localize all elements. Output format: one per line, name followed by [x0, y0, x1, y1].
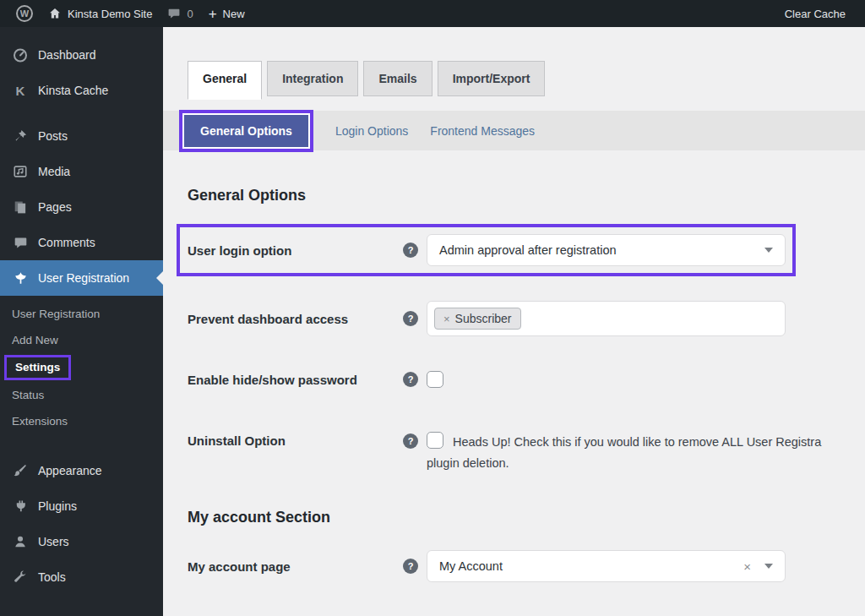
enable-hide-show-password-checkbox[interactable] [427, 371, 443, 388]
submenu-item-add-new[interactable]: Add New [0, 327, 163, 353]
sidebar-item-label: Dashboard [38, 48, 96, 62]
paintbrush-icon [12, 462, 29, 479]
tab-import-export[interactable]: Import/Export [438, 61, 546, 96]
wrench-icon [12, 569, 29, 586]
sidebar-item-label: Users [38, 535, 69, 548]
tab-general[interactable]: General [188, 61, 262, 100]
help-icon[interactable]: ? [403, 433, 418, 449]
annotation-box-settings: Settings [0, 353, 163, 382]
sidebar-item-plugins[interactable]: Plugins [0, 488, 163, 524]
user-icon [12, 533, 29, 550]
sidebar-item-tools[interactable]: Tools [0, 559, 163, 595]
site-name-label: Kinsta Demo Site [68, 8, 152, 20]
field-label: Uninstall Option [188, 432, 403, 448]
comment-bubble-icon [167, 7, 181, 20]
user-registration-flower-icon [12, 270, 29, 286]
subtab-bar: General Options Login Options Frontend M… [163, 111, 865, 150]
user-login-option-select[interactable]: Admin approval after registration [427, 234, 786, 266]
field-label: Enable hide/show password [188, 373, 403, 387]
tab-emails[interactable]: Emails [363, 61, 432, 96]
settings-tabs: General Integration Emails Import/Export [163, 27, 865, 96]
prevent-dashboard-access-input[interactable]: × Subscriber [427, 301, 786, 336]
uninstall-option-checkbox[interactable] [427, 432, 443, 449]
clear-cache-button[interactable]: Clear Cache [777, 0, 853, 27]
clear-cache-label: Clear Cache [785, 8, 846, 20]
new-label: New [223, 8, 245, 20]
field-row-uninstall-option: Uninstall Option ? Heads Up! Check this … [188, 432, 865, 473]
sidebar-item-dashboard[interactable]: Dashboard [0, 37, 163, 73]
section-title-my-account: My account Section [188, 509, 865, 526]
help-icon[interactable]: ? [403, 372, 418, 387]
wordpress-logo-icon: W [16, 5, 33, 22]
sidebar-item-kinsta-cache[interactable]: K Kinsta Cache [0, 73, 163, 108]
dashboard-icon [12, 46, 29, 63]
submenu-item-settings[interactable]: Settings [4, 355, 71, 380]
site-name-menu[interactable]: Kinsta Demo Site [41, 0, 160, 27]
admin-sidebar: Dashboard K Kinsta Cache Posts Media Pag… [0, 27, 163, 616]
tag-label: Subscriber [455, 312, 512, 325]
sidebar-item-posts[interactable]: Posts [0, 118, 163, 154]
sidebar-item-appearance[interactable]: Appearance [0, 453, 163, 488]
help-icon[interactable]: ? [403, 559, 418, 574]
role-tag-subscriber: × Subscriber [434, 308, 521, 330]
field-label: Prevent dashboard access [188, 312, 403, 326]
field-row-my-account-page: My account page ? My Account × [188, 550, 865, 582]
sidebar-item-label: Posts [38, 129, 68, 143]
sidebar-item-label: Kinsta Cache [38, 84, 108, 97]
field-row-user-login-option: User login option ? Admin approval after… [188, 234, 792, 266]
annotation-box-general-options: General Options [179, 110, 313, 152]
my-account-page-select[interactable]: My Account × [427, 550, 786, 582]
settings-page: General Integration Emails Import/Export… [163, 27, 865, 616]
comments-icon [12, 234, 29, 251]
selected-value: Admin approval after registration [439, 243, 617, 257]
remove-tag-icon[interactable]: × [443, 313, 450, 324]
sidebar-item-label: Tools [38, 570, 66, 584]
pages-icon [12, 199, 29, 215]
kinsta-icon: K [12, 82, 29, 99]
comment-count: 0 [187, 8, 193, 20]
help-icon[interactable]: ? [403, 243, 418, 258]
submenu-item-status[interactable]: Status [0, 382, 163, 408]
sidebar-item-label: Appearance [38, 464, 102, 477]
sidebar-item-label: Comments [38, 236, 95, 249]
clear-selection-icon[interactable]: × [743, 560, 751, 573]
field-row-prevent-dashboard-access: Prevent dashboard access ? × Subscriber [188, 301, 865, 336]
wp-logo-menu[interactable]: W [8, 0, 41, 27]
pushpin-icon [12, 128, 29, 144]
sidebar-item-comments[interactable]: Comments [0, 225, 163, 260]
sidebar-item-user-registration[interactable]: User Registration [0, 260, 163, 296]
comments-bubble-menu[interactable]: 0 [160, 0, 200, 27]
submenu-item-extensions[interactable]: Extensions [0, 408, 163, 434]
sidebar-item-label: Media [38, 165, 70, 178]
submenu-item-user-registration[interactable]: User Registration [0, 301, 163, 327]
section-title-general-options: General Options [188, 187, 865, 204]
admin-bar: W Kinsta Demo Site 0 + New Clear Cache [0, 0, 865, 27]
field-row-enable-hide-show-password: Enable hide/show password ? [188, 371, 865, 388]
sidebar-item-label: User Registration [38, 271, 129, 285]
field-label: My account page [188, 559, 403, 574]
annotation-box-user-login-row: User login option ? Admin approval after… [177, 224, 796, 276]
chevron-down-icon [764, 248, 773, 253]
subtab-login-options[interactable]: Login Options [335, 124, 408, 138]
help-icon[interactable]: ? [403, 311, 418, 326]
sidebar-item-label: Pages [38, 200, 72, 214]
new-content-menu[interactable]: + New [201, 0, 253, 27]
uninstall-warning-text-continued: plugin deletion. [427, 454, 821, 473]
settings-form: General Options User login option ? Admi… [163, 187, 865, 582]
media-icon [12, 163, 29, 180]
plus-icon: + [209, 7, 217, 21]
subtab-general-options[interactable]: General Options [184, 115, 308, 147]
uninstall-option-control: Heads Up! Check this if you would like t… [427, 432, 821, 473]
sidebar-item-label: Plugins [38, 499, 77, 513]
chevron-down-icon [764, 564, 773, 569]
sidebar-item-media[interactable]: Media [0, 154, 163, 189]
tab-integration[interactable]: Integration [267, 61, 358, 96]
selected-value: My Account [439, 559, 503, 573]
subtab-frontend-messages[interactable]: Frontend Messages [430, 124, 535, 138]
uninstall-warning-text: Heads Up! Check this if you would like t… [453, 432, 821, 452]
home-icon [48, 7, 62, 20]
sidebar-item-users[interactable]: Users [0, 524, 163, 559]
active-menu-arrow [156, 271, 163, 285]
user-registration-submenu: User Registration Add New Settings Statu… [0, 296, 163, 443]
sidebar-item-pages[interactable]: Pages [0, 189, 163, 225]
